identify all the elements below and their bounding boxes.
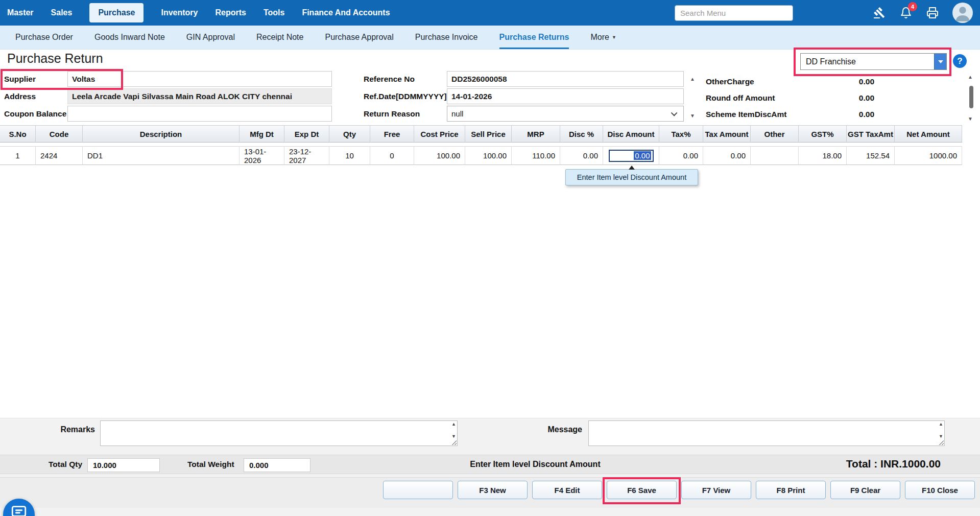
action-button-bar: F3 New F4 Edit F6 Save F7 View F8 Print … bbox=[0, 477, 980, 508]
panel-scrollbar-up-icon[interactable]: ▲ bbox=[968, 75, 973, 80]
cell-tax-pct[interactable]: 0.00 bbox=[659, 146, 703, 165]
column-header-tax-pct: Tax% bbox=[659, 125, 703, 143]
message-textarea[interactable] bbox=[589, 421, 944, 445]
cell-mfg-dt[interactable]: 13-01-2026 bbox=[240, 146, 284, 165]
column-header-disc-amount: Disc Amount bbox=[603, 125, 659, 143]
supplier-field[interactable] bbox=[67, 71, 332, 87]
column-header-mrp: MRP bbox=[512, 125, 560, 143]
column-header-description: Description bbox=[83, 125, 240, 143]
return-reason-select[interactable]: null bbox=[447, 106, 684, 122]
bell-icon[interactable]: 4 bbox=[899, 6, 913, 19]
nav-item-purchase[interactable]: Purchase bbox=[89, 3, 144, 22]
tab-purchase-returns[interactable]: Purchase Returns bbox=[499, 26, 569, 49]
f9-clear-button[interactable]: F9 Clear bbox=[830, 481, 900, 499]
cell-qty[interactable]: 10 bbox=[329, 146, 370, 165]
tab-more[interactable]: More ▼ bbox=[590, 26, 616, 49]
f7-view-button[interactable]: F7 View bbox=[681, 481, 751, 499]
column-header-mfg-dt: Mfg Dt bbox=[240, 125, 284, 143]
nav-item-finance-and-accounts[interactable]: Finance And Accounts bbox=[302, 8, 390, 17]
remarks-box: ▲ ▼ bbox=[100, 420, 458, 446]
column-header-net-amount: Net Amount bbox=[895, 125, 962, 143]
cell-other[interactable] bbox=[751, 146, 799, 165]
column-header-sell-price: Sell Price bbox=[465, 125, 512, 143]
scheme-item-disc-value: 0.00 bbox=[817, 107, 874, 121]
tab-purchase-order[interactable]: Purchase Order bbox=[15, 26, 73, 49]
charges-scroll-down-icon[interactable]: ▼ bbox=[690, 113, 695, 119]
disc-amount-selected-text: 0.00 bbox=[634, 151, 651, 160]
f3-new-button[interactable]: F3 New bbox=[458, 481, 528, 499]
column-header-exp-dt: Exp Dt bbox=[284, 125, 329, 143]
f6-save-button[interactable]: F6 Save bbox=[607, 481, 677, 499]
cell-sno[interactable]: 1 bbox=[0, 146, 36, 165]
charges-scroll-up-icon[interactable]: ▲ bbox=[690, 77, 695, 82]
cell-code[interactable]: 2424 bbox=[36, 146, 83, 165]
column-header-free: Free bbox=[370, 125, 414, 143]
coupon-balance-label: Coupon Balance bbox=[4, 106, 66, 122]
total-qty-label: Total Qty bbox=[49, 460, 82, 469]
message-scroll-down-icon[interactable]: ▼ bbox=[939, 434, 943, 439]
nav-item-reports[interactable]: Reports bbox=[215, 8, 246, 17]
cell-gst-taxamt[interactable]: 152.54 bbox=[847, 146, 895, 165]
tab-purchase-approval[interactable]: Purchase Approval bbox=[325, 26, 393, 49]
cell-gst-pct[interactable]: 18.00 bbox=[799, 146, 847, 165]
notification-badge: 4 bbox=[908, 2, 917, 11]
nav-item-tools[interactable]: Tools bbox=[264, 8, 284, 17]
dropdown-arrow-icon[interactable] bbox=[934, 54, 946, 69]
cell-cost-price[interactable]: 100.00 bbox=[414, 146, 465, 165]
printer-icon[interactable] bbox=[926, 6, 939, 19]
tab-purchase-invoice[interactable]: Purchase Invoice bbox=[415, 26, 478, 49]
tab-goods-inward-note[interactable]: Goods Inward Note bbox=[94, 26, 165, 49]
f4-edit-button[interactable]: F4 Edit bbox=[532, 481, 602, 499]
cell-sell-price[interactable]: 100.00 bbox=[465, 146, 512, 165]
table-row[interactable]: 1 2424 DD1 13-01-2026 23-12-2027 10 0 10… bbox=[0, 146, 962, 165]
remarks-label: Remarks bbox=[31, 425, 95, 434]
panel-scrollbar-thumb[interactable] bbox=[969, 86, 973, 108]
search-input[interactable] bbox=[675, 5, 793, 21]
cell-description[interactable]: DD1 bbox=[83, 146, 240, 165]
cell-tax-amount[interactable]: 0.00 bbox=[703, 146, 751, 165]
coupon-balance-field[interactable] bbox=[67, 106, 332, 122]
nav-item-inventory[interactable]: Inventory bbox=[161, 8, 198, 17]
tab-gin-approval[interactable]: GIN Approval bbox=[186, 26, 235, 49]
message-label: Message bbox=[531, 425, 582, 434]
cell-net-amount[interactable]: 1000.00 bbox=[895, 146, 962, 165]
cell-exp-dt[interactable]: 23-12-2027 bbox=[284, 146, 329, 165]
column-header-cost-price: Cost Price bbox=[414, 125, 465, 143]
ref-date-field[interactable] bbox=[447, 88, 684, 104]
column-header-other: Other bbox=[751, 125, 799, 143]
remarks-scroll-up-icon[interactable]: ▲ bbox=[451, 421, 456, 427]
cell-mrp[interactable]: 110.00 bbox=[512, 146, 560, 165]
disc-amount-input[interactable]: 0.00 bbox=[609, 150, 654, 162]
help-icon[interactable]: ? bbox=[953, 54, 967, 68]
cell-disc-pct[interactable]: 0.00 bbox=[560, 146, 603, 165]
column-header-sno: S.No bbox=[0, 125, 36, 143]
chevron-down-icon: ▼ bbox=[612, 35, 616, 40]
cell-free[interactable]: 0 bbox=[370, 146, 414, 165]
panel-scrollbar-down-icon[interactable]: ▼ bbox=[968, 116, 973, 122]
remarks-scroll-down-icon[interactable]: ▼ bbox=[451, 434, 456, 439]
nav-item-sales[interactable]: Sales bbox=[51, 8, 73, 17]
nav-item-master[interactable]: Master bbox=[7, 8, 34, 17]
franchise-select[interactable]: DD Franchise bbox=[800, 53, 947, 70]
message-scroll-up-icon[interactable]: ▲ bbox=[939, 421, 943, 427]
column-header-qty: Qty bbox=[329, 125, 370, 143]
tab-receipt-note[interactable]: Receipt Note bbox=[256, 26, 304, 49]
totals-strip: Total Qty 10.000 Total Weight 0.000 Ente… bbox=[0, 455, 980, 474]
remarks-textarea[interactable] bbox=[101, 421, 457, 445]
disc-amount-tooltip: Enter Item level Discount Amount bbox=[565, 169, 698, 185]
scheme-item-disc-label: Scheme ItemDiscAmt bbox=[706, 107, 787, 121]
reference-no-field[interactable] bbox=[447, 71, 684, 87]
gavel-icon[interactable] bbox=[873, 6, 886, 19]
message-box: ▲ ▼ bbox=[588, 420, 945, 446]
franchise-select-annotation: DD Franchise bbox=[800, 53, 947, 70]
cell-disc-amount[interactable]: 0.00 bbox=[603, 146, 659, 165]
f8-print-button[interactable]: F8 Print bbox=[756, 481, 826, 499]
avatar[interactable] bbox=[952, 3, 973, 23]
column-header-disc-pct: Disc % bbox=[560, 125, 603, 143]
f10-close-button[interactable]: F10 Close bbox=[905, 481, 975, 499]
franchise-selected-value: DD Franchise bbox=[801, 57, 856, 66]
status-hint: Enter Item level Discount Amount bbox=[433, 460, 637, 469]
round-off-amount-label: Round off Amount bbox=[706, 91, 775, 105]
blank-button[interactable] bbox=[383, 481, 453, 499]
footer-panel: Remarks ▲ ▼ Message ▲ ▼ Total Qty 10.000… bbox=[0, 418, 980, 516]
